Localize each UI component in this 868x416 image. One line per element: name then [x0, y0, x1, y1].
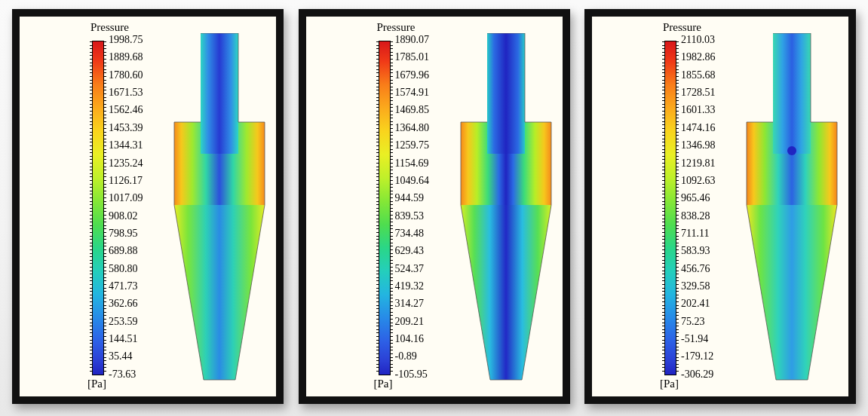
legend-value: 734.48	[395, 228, 455, 239]
legend-value: 1889.68	[109, 52, 169, 63]
legend-value: -179.12	[681, 351, 741, 362]
legend-value: 629.43	[395, 246, 455, 256]
legend-value: 456.76	[681, 264, 741, 274]
legend-value: 1728.51	[681, 87, 741, 98]
legend-value: 1017.09	[109, 193, 169, 203]
legend-value: 2110.03	[681, 35, 741, 45]
panel-2-frame: Pressure 1890.07 1785.01 1679.96 1574.91…	[299, 9, 570, 404]
legend-value: 1344.31	[109, 140, 169, 151]
legend-value: -51.94	[681, 334, 741, 344]
legend-value: 838.28	[681, 211, 741, 222]
svg-point-11	[787, 146, 796, 155]
panel-3-title: Pressure	[663, 21, 701, 34]
legend-value: 1780.60	[109, 70, 169, 81]
panel-1-frame: Pressure 1998.75 1889.68 1780.60 1671.53…	[12, 9, 284, 404]
panel-3-unit: [Pa]	[660, 378, 679, 390]
legend-value: 711.11	[681, 228, 741, 239]
legend-value: 104.16	[395, 334, 455, 344]
panel-2-title: Pressure	[377, 21, 416, 34]
legend-value: 1126.17	[109, 176, 169, 186]
legend-value: 1453.39	[109, 123, 169, 133]
legend-value: 944.59	[395, 193, 455, 203]
panel-3-frame: Pressure 2110.03 1982.86 1855.68 1728.51…	[584, 9, 856, 404]
legend-value: 362.66	[109, 298, 169, 309]
legend-value: 524.37	[395, 264, 455, 274]
legend-value: 471.73	[109, 281, 169, 292]
svg-marker-7	[461, 205, 551, 380]
legend-value: 1601.33	[681, 105, 741, 115]
panel-2-unit: [Pa]	[374, 378, 393, 390]
panel-2-colorbar	[379, 41, 391, 375]
legend-value: 1219.81	[681, 158, 741, 169]
legend-value: 144.51	[109, 334, 169, 344]
legend-value: 1998.75	[109, 35, 169, 45]
panel-1-title: Pressure	[90, 21, 129, 34]
legend-value: 75.23	[681, 317, 741, 327]
legend-value: 1469.85	[395, 105, 455, 115]
svg-rect-2	[201, 122, 238, 154]
panel-3-canvas: Pressure 2110.03 1982.86 1855.68 1728.51…	[592, 17, 848, 396]
svg-rect-6	[487, 122, 525, 154]
legend-value: 1671.53	[109, 87, 169, 98]
legend-value: 1574.91	[395, 87, 455, 98]
legend-value: 908.02	[109, 211, 169, 222]
legend-value: 1364.80	[395, 123, 455, 133]
legend-value: 965.46	[681, 193, 741, 203]
legend-value: 1092.63	[681, 176, 741, 186]
legend-value: 798.95	[109, 228, 169, 239]
legend-value: 583.93	[681, 246, 741, 256]
panel-2-canvas: Pressure 1890.07 1785.01 1679.96 1574.91…	[306, 17, 563, 396]
panel-1-canvas: Pressure 1998.75 1889.68 1780.60 1671.53…	[20, 17, 276, 396]
svg-marker-3	[174, 205, 265, 380]
legend-value: 253.59	[109, 317, 169, 327]
legend-value: 1855.68	[681, 70, 741, 81]
panel-2-cyclone-contour	[457, 33, 555, 384]
legend-value: 209.21	[395, 317, 455, 327]
legend-value: 839.53	[395, 211, 455, 222]
legend-value: 1049.64	[395, 176, 455, 186]
panel-1-labels: 1998.75 1889.68 1780.60 1671.53 1562.46 …	[109, 35, 169, 380]
legend-value: 1982.86	[681, 52, 741, 63]
legend-value: 1235.24	[109, 158, 169, 169]
panel-3-colorbar	[664, 41, 676, 375]
legend-value: 419.32	[395, 281, 455, 292]
legend-value: 580.80	[109, 264, 169, 274]
legend-value: -306.29	[681, 369, 741, 380]
panel-2-labels: 1890.07 1785.01 1679.96 1574.91 1469.85 …	[395, 35, 455, 380]
legend-value: -73.63	[109, 369, 169, 380]
legend-value: 1890.07	[395, 35, 455, 45]
legend-value: 1474.16	[681, 123, 741, 133]
legend-value: 314.27	[395, 298, 455, 309]
svg-marker-12	[747, 205, 837, 380]
legend-value: 329.58	[681, 281, 741, 292]
legend-value: 1679.96	[395, 70, 455, 81]
legend-value: 1785.01	[395, 52, 455, 63]
legend-value: 689.88	[109, 246, 169, 256]
legend-value: -105.95	[395, 369, 455, 380]
legend-value: 35.44	[109, 351, 169, 362]
panel-1-unit: [Pa]	[87, 378, 106, 390]
legend-value: 1562.46	[109, 105, 169, 115]
legend-value: 1346.98	[681, 140, 741, 151]
panel-3-cyclone-contour	[743, 33, 841, 384]
panel-1-cyclone-contour	[170, 33, 268, 384]
legend-value: -0.89	[395, 351, 455, 362]
legend-value: 1154.69	[395, 158, 455, 169]
legend-value: 202.41	[681, 298, 741, 309]
panel-3-labels: 2110.03 1982.86 1855.68 1728.51 1601.33 …	[681, 35, 741, 380]
legend-value: 1259.75	[395, 140, 455, 151]
panel-1-colorbar	[92, 41, 104, 375]
panels-row: Pressure 1998.75 1889.68 1780.60 1671.53…	[0, 0, 868, 413]
